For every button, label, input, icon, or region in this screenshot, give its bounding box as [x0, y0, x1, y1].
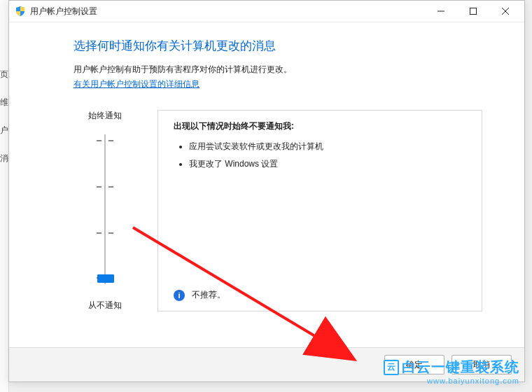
panel-footer: i 不推荐。 — [174, 289, 225, 301]
uac-settings-window: 用户帐户控制设置 选择何时通知你有关计算机更改的消息 用户帐户控制有助于预防有害… — [8, 0, 525, 382]
panel-list-item: 我更改了 Windows 设置 — [189, 158, 466, 170]
dialog-footer: 确定 取消 — [9, 347, 524, 382]
cancel-button[interactable]: 取消 — [451, 355, 512, 374]
uac-shield-icon — [15, 6, 26, 17]
maximize-button[interactable] — [457, 1, 489, 22]
slider-thumb[interactable] — [97, 274, 114, 283]
window-title: 用户帐户控制设置 — [30, 6, 425, 18]
panel-list-item: 应用尝试安装软件或更改我的计算机 — [189, 141, 466, 153]
notification-slider[interactable] — [91, 134, 119, 284]
page-heading: 选择何时通知你有关计算机更改的消息 — [74, 38, 482, 54]
info-icon: i — [174, 290, 185, 301]
content-area: 选择何时通知你有关计算机更改的消息 用户帐户控制有助于预防有害程序对你的计算机进… — [9, 22, 524, 347]
panel-footer-text: 不推荐。 — [192, 289, 225, 301]
page-description: 用户帐户控制有助于预防有害程序对你的计算机进行更改。 — [74, 64, 482, 76]
ok-button[interactable]: 确定 — [384, 355, 444, 374]
titlebar: 用户帐户控制设置 — [9, 1, 524, 22]
more-info-link[interactable]: 有关用户帐户控制设置的详细信息 — [74, 78, 200, 90]
slider-top-label: 始终通知 — [88, 110, 122, 122]
slider-bottom-label: 从不通知 — [88, 300, 122, 312]
window-controls — [425, 1, 522, 22]
panel-heading: 出现以下情况时始终不要通知我: — [174, 120, 466, 132]
notification-details-panel: 出现以下情况时始终不要通知我: 应用尝试安装软件或更改我的计算机 我更改了 Wi… — [158, 110, 482, 312]
panel-list: 应用尝试安装软件或更改我的计算机 我更改了 Windows 设置 — [178, 141, 466, 170]
minimize-button[interactable] — [425, 1, 457, 22]
close-button[interactable] — [489, 1, 522, 22]
svg-rect-1 — [470, 8, 477, 15]
notification-slider-column: 始终通知 从不通知 — [74, 110, 136, 312]
